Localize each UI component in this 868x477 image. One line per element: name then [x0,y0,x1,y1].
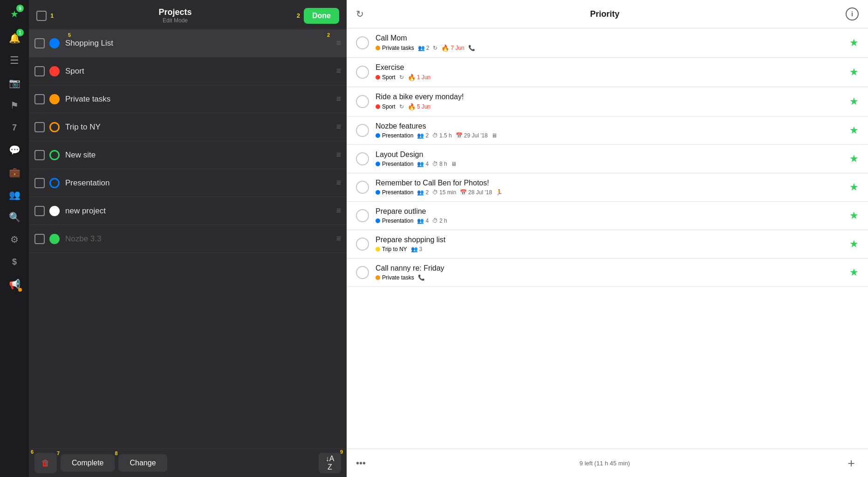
sidebar-item-briefcase[interactable]: 💼 [4,162,25,183]
project-item-newsite[interactable]: New site ≡ [29,141,347,169]
project-checkbox-tripny[interactable] [34,122,45,132]
star-button-prepareshopping[interactable]: ★ [849,238,859,250]
people-icon-nozbefeatures: 👥 [417,132,424,139]
project-item-newproject[interactable]: new project ≡ [29,197,347,225]
task-circle-nozbefeatures[interactable] [356,124,369,137]
task-item-nozbefeatures[interactable]: Nozbe features Presentation 👥 2 ⏱ 1.5 h [347,116,868,145]
project-checkbox-nozbe33[interactable] [34,234,45,244]
project-checkbox-newproject[interactable] [34,206,45,216]
task-item-callben[interactable]: Remember to Call Ben for Photos! Present… [347,173,868,202]
monitor-meta-nozbefeatures: 🖥 [492,132,497,139]
task-title-nozbefeatures: Nozbe features [376,122,844,130]
star-button-nozbefeatures[interactable]: ★ [849,124,859,136]
project-item-private[interactable]: Private tasks ≡ [29,85,347,113]
star-button-layoutdesign[interactable]: ★ [849,153,859,165]
task-circle-callnanny[interactable] [356,266,369,279]
task-circle-prepareoutline[interactable] [356,209,369,222]
complete-button[interactable]: 7 Complete [61,454,115,472]
fire-meta-exercise: 🔥 1 Jun [408,74,431,81]
sidebar-item-priority[interactable]: ★ 9 [4,4,25,24]
drag-handle-newsite[interactable]: ≡ [336,150,341,160]
task-item-ridebike[interactable]: Ride a bike every monday! Sport ↻ 🔥 5 Ju… [347,87,868,116]
flag-icon: ⚑ [10,100,19,111]
select-all-checkbox[interactable] [36,11,47,21]
project-checkbox-presentation[interactable] [34,178,45,188]
project-checkbox-newsite[interactable] [34,150,45,160]
task-project-callmom: Private tasks [376,45,414,51]
star-button-exercise[interactable]: ★ [849,66,859,78]
sidebar-item-search[interactable]: 🔍 [4,207,25,227]
drag-handle-shopping[interactable]: ≡ [336,38,341,48]
add-task-button[interactable]: + [844,456,859,470]
task-item-prepareoutline[interactable]: Prepare outline Presentation 👥 4 ⏱ 2 h [347,202,868,230]
task-item-callnanny[interactable]: Call nanny re: Friday Private tasks 📞 ★ [347,259,868,287]
drag-handle-private[interactable]: ≡ [336,94,341,104]
project-checkbox-sport[interactable] [34,66,45,76]
people-meta-nozbefeatures: 👥 2 [417,132,429,139]
star-button-callben[interactable]: ★ [849,181,859,193]
sidebar-item-settings[interactable]: ⚙ [4,229,25,250]
task-item-prepareshopping[interactable]: Prepare shopping list Trip to NY 👥 3 ★ [347,230,868,259]
task-meta-prepareshopping: Trip to NY 👥 3 [376,246,844,252]
project-item-shopping-list[interactable]: Shopping List 5 2 ≡ [29,29,347,57]
sort-button[interactable]: 9 ↓AZ [319,453,341,473]
time-meta-layoutdesign: ⏱ 8 h [432,161,447,167]
refresh-button[interactable]: ↻ [356,8,364,20]
drag-handle-tripny[interactable]: ≡ [336,122,341,132]
star-button-prepareoutline[interactable]: ★ [849,210,859,222]
task-circle-exercise[interactable] [356,66,369,79]
project-label-layoutdesign: Presentation [382,161,413,167]
drag-handle-sport[interactable]: ≡ [336,66,341,76]
task-project-layoutdesign: Presentation [376,161,413,167]
repeat-icon-callmom: ↻ [433,45,437,51]
star-button-ridebike[interactable]: ★ [849,95,859,108]
project-checkbox-private[interactable] [34,94,45,104]
star-button-callnanny[interactable]: ★ [849,266,859,279]
task-item-callmom[interactable]: Call Mom Private tasks 👥 2 ↻ 🔥 [347,28,868,58]
drag-handle-presentation[interactable]: ≡ [336,178,341,188]
refresh-icon: ↻ [356,9,364,19]
task-meta-callnanny: Private tasks 📞 [376,274,844,281]
project-checkbox-shopping[interactable] [34,38,45,48]
priority-panel: ↻ Priority i Call Mom Private tasks 👥 2 [347,0,868,477]
sidebar-item-camera[interactable]: 📷 [4,73,25,93]
sidebar-item-list[interactable]: ☰ [4,50,25,71]
star-button-callmom[interactable]: ★ [849,37,859,49]
more-options-button[interactable]: ••• [356,458,366,469]
num8-label: 8 [115,450,117,456]
clock-icon-nozbefeatures: ⏱ [432,132,438,139]
trash-button[interactable]: 🗑 6 [34,453,57,473]
sidebar-item-inbox[interactable]: 🔔 1 [4,28,25,48]
task-circle-callben[interactable] [356,181,369,194]
task-item-exercise[interactable]: Exercise Sport ↻ 🔥 1 Jun ★ [347,58,868,87]
sidebar-item-chat[interactable]: 💬 [4,140,25,160]
project-item-sport[interactable]: Sport ≡ [29,57,347,85]
header-right: 2 Done [297,8,339,24]
task-circle-prepareshopping[interactable] [356,238,369,251]
dollar-icon: $ [12,257,17,267]
sidebar-item-flag[interactable]: ⚑ [4,95,25,116]
project-item-nozbe33[interactable]: Nozbe 3.3 ≡ [29,225,347,253]
sidebar-item-calendar[interactable]: 7 [4,117,25,138]
drag-handle-nozbe33[interactable]: ≡ [336,234,341,244]
done-button[interactable]: Done [304,8,339,24]
date-callmom: 7 Jun [451,45,464,51]
sidebar-item-people[interactable]: 👥 [4,184,25,205]
project-name-newproject: new project [65,206,332,216]
project-item-presentation[interactable]: Presentation ≡ [29,169,347,197]
task-circle-layoutdesign[interactable] [356,152,369,165]
task-circle-ridebike[interactable] [356,95,369,108]
phone-meta-callmom: 📞 [468,45,475,51]
task-item-layoutdesign[interactable]: Layout Design Presentation 👥 4 ⏱ 8 h [347,145,868,173]
task-circle-callmom[interactable] [356,36,369,49]
project-dot-prepareshopping [376,247,380,252]
sidebar-badge-inbox: 1 [16,29,24,36]
sidebar-item-announcements[interactable]: 📢 [4,274,25,294]
project-item-tripny[interactable]: Trip to NY ≡ [29,113,347,141]
change-button[interactable]: 8 Change [118,454,167,472]
projects-title: Projects [54,7,297,17]
drag-handle-newproject[interactable]: ≡ [336,206,341,216]
info-button[interactable]: i [846,7,859,20]
project-label-nozbefeatures: Presentation [382,132,413,139]
sidebar-item-billing[interactable]: $ [4,252,25,272]
